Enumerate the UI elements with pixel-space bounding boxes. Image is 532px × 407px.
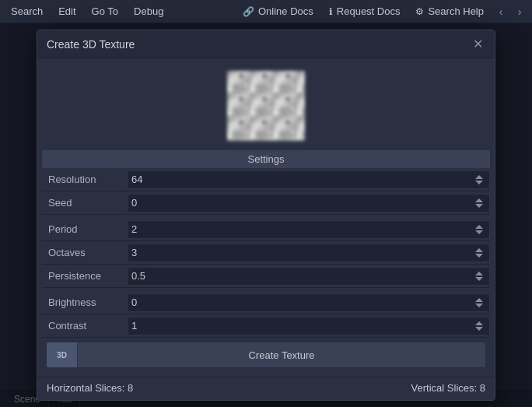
seed-input[interactable] bbox=[131, 197, 472, 209]
persistence-label: Persistence bbox=[42, 270, 128, 282]
period-input-wrap[interactable] bbox=[128, 220, 490, 239]
persistence-input-wrap[interactable] bbox=[128, 267, 490, 286]
brightness-spin-down[interactable] bbox=[475, 303, 483, 307]
octaves-spinner[interactable] bbox=[472, 244, 486, 261]
octaves-input-wrap[interactable] bbox=[128, 244, 490, 262]
texture-preview-area bbox=[37, 58, 495, 150]
vertical-slices-text: Vertical Slices: 8 bbox=[411, 382, 485, 394]
menu-search-help[interactable]: ⚙ Search Help bbox=[408, 0, 492, 23]
contrast-input-wrap[interactable] bbox=[128, 317, 490, 335]
dialog-titlebar: Create 3D Texture ✕ bbox=[37, 30, 495, 58]
period-spin-up[interactable] bbox=[475, 225, 483, 229]
nav-next-button[interactable]: › bbox=[510, 2, 529, 21]
seed-row: Seed bbox=[42, 191, 490, 215]
resolution-label: Resolution bbox=[42, 174, 128, 185]
seed-input-wrap[interactable] bbox=[128, 194, 490, 212]
resolution-row: Resolution bbox=[42, 168, 490, 191]
create-texture-label: Create Texture bbox=[78, 349, 485, 361]
texture-preview-image bbox=[227, 71, 305, 141]
brightness-input[interactable] bbox=[131, 296, 472, 308]
persistence-spin-down[interactable] bbox=[475, 277, 483, 281]
resolution-spinner[interactable] bbox=[472, 171, 486, 188]
resolution-spin-down[interactable] bbox=[475, 181, 483, 184]
menu-bar: Search Edit Go To Debug 🔗 Online Docs ℹ … bbox=[0, 0, 532, 23]
brightness-row: Brightness bbox=[42, 291, 490, 314]
period-spinner[interactable] bbox=[472, 221, 486, 238]
period-input[interactable] bbox=[131, 223, 472, 235]
resolution-input-wrap[interactable] bbox=[128, 170, 490, 189]
nav-prev-button[interactable]: ‹ bbox=[492, 2, 510, 21]
persistence-spin-up[interactable] bbox=[475, 272, 483, 275]
dialog-close-button[interactable]: ✕ bbox=[470, 37, 485, 52]
persistence-input[interactable] bbox=[131, 270, 472, 282]
seed-spin-down[interactable] bbox=[475, 204, 483, 208]
info-icon: ℹ bbox=[329, 6, 333, 17]
period-row: Period bbox=[42, 218, 490, 241]
menu-debug[interactable]: Debug bbox=[126, 0, 171, 23]
contrast-spinner[interactable] bbox=[472, 318, 486, 335]
octaves-label: Octaves bbox=[42, 247, 128, 258]
gear-icon: ⚙ bbox=[415, 6, 424, 17]
resolution-spin-up[interactable] bbox=[475, 175, 483, 179]
brightness-spinner[interactable] bbox=[472, 294, 486, 311]
brightness-input-wrap[interactable] bbox=[128, 293, 490, 312]
contrast-spin-down[interactable] bbox=[475, 327, 483, 331]
octaves-row: Octaves bbox=[42, 241, 490, 265]
octaves-input[interactable] bbox=[131, 247, 472, 258]
editor-area: Create 3D Texture ✕ Settings Resolution bbox=[0, 23, 532, 407]
seed-label: Seed bbox=[42, 197, 128, 209]
3d-icon: 3D bbox=[47, 342, 78, 367]
menu-request-docs[interactable]: ℹ Request Docs bbox=[321, 0, 408, 23]
resolution-input[interactable] bbox=[131, 174, 472, 185]
persistence-row: Persistence bbox=[42, 265, 490, 288]
settings-body: Resolution Seed bbox=[37, 168, 495, 377]
contrast-input[interactable] bbox=[131, 320, 472, 332]
octaves-spin-up[interactable] bbox=[475, 248, 483, 252]
contrast-row: Contrast bbox=[42, 314, 490, 338]
octaves-spin-down[interactable] bbox=[475, 254, 483, 258]
dialog-title: Create 3D Texture bbox=[47, 38, 135, 51]
menu-goto[interactable]: Go To bbox=[84, 0, 126, 23]
period-label: Period bbox=[42, 223, 128, 235]
settings-header: Settings bbox=[42, 150, 490, 168]
contrast-label: Contrast bbox=[42, 320, 128, 332]
menu-edit[interactable]: Edit bbox=[51, 0, 83, 23]
brightness-label: Brightness bbox=[42, 296, 128, 308]
persistence-spinner[interactable] bbox=[472, 268, 486, 285]
brightness-spin-up[interactable] bbox=[475, 298, 483, 302]
seed-spinner[interactable] bbox=[472, 195, 486, 212]
create-3d-texture-dialog: Create 3D Texture ✕ Settings Resolution bbox=[37, 30, 495, 401]
horizontal-slices-text: Horizontal Slices: 8 bbox=[47, 382, 133, 394]
create-texture-button[interactable]: 3D Create Texture bbox=[47, 342, 485, 367]
dialog-footer: Horizontal Slices: 8 Vertical Slices: 8 bbox=[37, 377, 495, 400]
contrast-spin-up[interactable] bbox=[475, 321, 483, 325]
period-spin-down[interactable] bbox=[475, 230, 483, 234]
seed-spin-up[interactable] bbox=[475, 198, 483, 202]
link-icon: 🔗 bbox=[243, 6, 254, 17]
menu-online-docs[interactable]: 🔗 Online Docs bbox=[235, 0, 321, 23]
modal-overlay: Create 3D Texture ✕ Settings Resolution bbox=[0, 23, 532, 407]
menu-search[interactable]: Search bbox=[3, 0, 51, 23]
